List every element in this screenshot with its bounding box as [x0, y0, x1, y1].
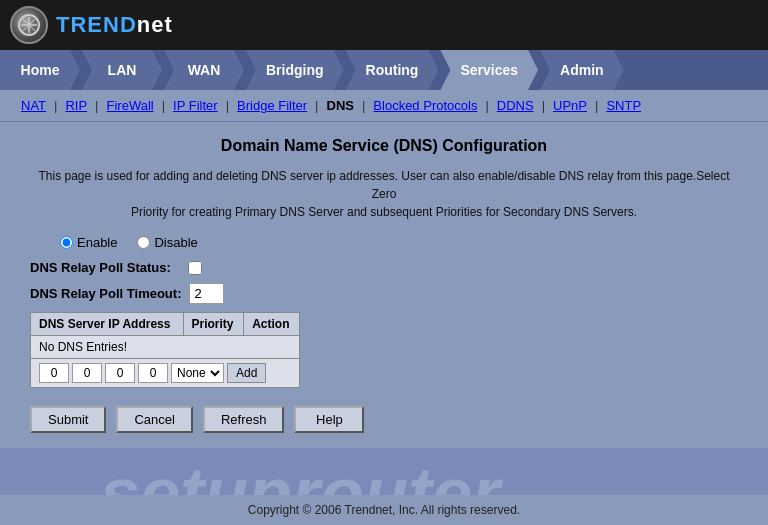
subnav-bridgefilter[interactable]: Bridge Filter: [231, 98, 313, 113]
ip-octet-1[interactable]: [39, 363, 69, 383]
tab-admin[interactable]: Admin: [540, 50, 624, 90]
enable-radio-label[interactable]: Enable: [60, 235, 117, 250]
subnav-dns[interactable]: DNS: [321, 98, 360, 113]
subnav-firewall[interactable]: FireWall: [101, 98, 160, 113]
enable-disable-row: Enable Disable: [30, 235, 738, 250]
nav-tabs: Home LAN WAN Bridging Routing Services A…: [0, 50, 768, 90]
dns-table: DNS Server IP Address Priority Action No…: [30, 312, 300, 388]
subnav-nat[interactable]: NAT: [15, 98, 52, 113]
priority-select[interactable]: None 0 1 2 3: [171, 363, 224, 383]
subnav-rip[interactable]: RIP: [59, 98, 93, 113]
cancel-button[interactable]: Cancel: [116, 406, 192, 433]
add-dns-button[interactable]: Add: [227, 363, 266, 383]
add-entry-cell: None 0 1 2 3 Add: [31, 359, 300, 388]
subnav-ddns[interactable]: DDNS: [491, 98, 540, 113]
footer-text: Copyright © 2006 Trendnet, Inc. All righ…: [248, 503, 520, 517]
footer: Copyright © 2006 Trendnet, Inc. All righ…: [0, 495, 768, 525]
tab-lan[interactable]: LAN: [82, 50, 162, 90]
tab-services[interactable]: Services: [440, 50, 538, 90]
tab-wan[interactable]: WAN: [164, 50, 244, 90]
no-entries-row: No DNS Entries!: [31, 336, 300, 359]
ip-octet-4[interactable]: [138, 363, 168, 383]
ip-octet-2[interactable]: [72, 363, 102, 383]
poll-timeout-label: DNS Relay Poll Timeout:: [30, 286, 181, 301]
add-entry-row: None 0 1 2 3 Add: [31, 359, 300, 388]
enable-radio[interactable]: [60, 236, 73, 249]
disable-radio-label[interactable]: Disable: [137, 235, 197, 250]
disable-radio[interactable]: [137, 236, 150, 249]
subnav-ipfilter[interactable]: IP Filter: [167, 98, 224, 113]
logo-icon: [10, 6, 48, 44]
help-button[interactable]: Help: [294, 406, 364, 433]
poll-status-checkbox[interactable]: [188, 261, 202, 275]
poll-status-label: DNS Relay Poll Status:: [30, 260, 180, 275]
tab-routing[interactable]: Routing: [346, 50, 439, 90]
header: TRENDnet: [0, 0, 768, 50]
subnav-upnp[interactable]: UPnP: [547, 98, 593, 113]
main-content: setuprouter Domain Name Service (DNS) Co…: [0, 122, 768, 448]
logo-text: TRENDnet: [56, 12, 173, 38]
subnav-sntp[interactable]: SNTP: [600, 98, 647, 113]
tab-bridging[interactable]: Bridging: [246, 50, 344, 90]
action-buttons: Submit Cancel Refresh Help: [30, 406, 738, 433]
logo: TRENDnet: [10, 6, 173, 44]
poll-status-row: DNS Relay Poll Status:: [30, 260, 738, 275]
refresh-button[interactable]: Refresh: [203, 406, 285, 433]
submit-button[interactable]: Submit: [30, 406, 106, 433]
subnav-blocked-protocols[interactable]: Blocked Protocols: [367, 98, 483, 113]
page-title: Domain Name Service (DNS) Configuration: [30, 137, 738, 155]
col-action: Action: [244, 313, 300, 336]
poll-timeout-input[interactable]: [189, 283, 224, 304]
poll-timeout-row: DNS Relay Poll Timeout:: [30, 283, 738, 304]
col-ip-address: DNS Server IP Address: [31, 313, 184, 336]
no-entries-cell: No DNS Entries!: [31, 336, 300, 359]
ip-octet-3[interactable]: [105, 363, 135, 383]
dns-add-controls: None 0 1 2 3 Add: [39, 363, 291, 383]
page-description: This page is used for adding and deletin…: [30, 167, 738, 221]
sub-nav: NAT | RIP | FireWall | IP Filter | Bridg…: [0, 90, 768, 122]
tab-home[interactable]: Home: [0, 50, 80, 90]
col-priority: Priority: [183, 313, 244, 336]
